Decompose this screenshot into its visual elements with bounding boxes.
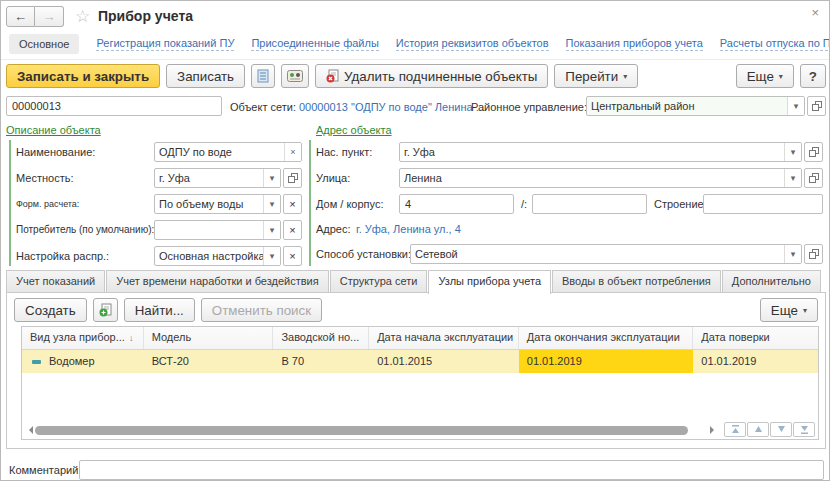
- district-field: Центральный район ▾: [586, 96, 826, 116]
- nav-link-registration[interactable]: Регистрация показаний ПУ: [96, 37, 234, 51]
- cell-start-date[interactable]: 01.01.2015: [369, 350, 519, 373]
- favorite-star-icon[interactable]: ☆: [75, 6, 90, 27]
- network-object-link[interactable]: 00000013 "ОДПУ по воде" Ленина ...: [299, 101, 485, 113]
- list-more-button[interactable]: Еще ▾: [760, 298, 818, 322]
- column-node-type[interactable]: Вид узла прибор...↓: [22, 327, 144, 349]
- address-group-title[interactable]: Адрес объекта: [316, 124, 392, 136]
- chevron-down-icon[interactable]: ▾: [784, 245, 801, 263]
- chevron-down-icon[interactable]: ▾: [263, 247, 280, 265]
- corpus-input[interactable]: [532, 194, 647, 214]
- delete-subordinate-button[interactable]: Удалить подчиненные объекты: [315, 64, 548, 88]
- column-end-date[interactable]: Дата окончания эксплуатации: [519, 327, 694, 349]
- nav-link-history[interactable]: История реквизитов объектов: [396, 37, 549, 51]
- goto-button[interactable]: Перейти ▾: [554, 64, 638, 88]
- name-value[interactable]: ОДПУ по воде: [155, 143, 284, 161]
- group-accent-bar: [309, 140, 311, 266]
- chevron-down-icon[interactable]: ▾: [784, 169, 801, 187]
- chevron-down-icon[interactable]: ▾: [263, 195, 280, 213]
- cell-check-date[interactable]: 01.01.2019: [693, 350, 818, 373]
- clear-icon[interactable]: ×: [284, 143, 301, 161]
- comment-input[interactable]: [79, 460, 824, 480]
- house-field: [399, 194, 514, 214]
- card-button[interactable]: [281, 64, 309, 88]
- forward-button[interactable]: →: [35, 6, 64, 27]
- clear-button[interactable]: ×: [283, 194, 302, 214]
- table-header: Вид узла прибор...↓ Модель Заводской но.…: [22, 327, 818, 350]
- install-method-value[interactable]: Сетевой: [411, 245, 784, 263]
- scrollbar-track[interactable]: [35, 426, 708, 435]
- list-button[interactable]: [251, 64, 275, 88]
- chevron-down-icon[interactable]: ▾: [263, 221, 280, 239]
- tab-additional[interactable]: Дополнительно: [722, 270, 821, 292]
- open-button[interactable]: [283, 168, 302, 188]
- open-button[interactable]: [807, 96, 826, 116]
- building-input[interactable]: [703, 194, 823, 214]
- group-accent-bar: [9, 140, 11, 266]
- clear-button[interactable]: ×: [283, 220, 302, 240]
- building-field: [703, 194, 823, 214]
- column-serial[interactable]: Заводской но...: [273, 327, 369, 349]
- open-button[interactable]: [804, 244, 823, 264]
- nav-link-calculations[interactable]: Расчеты отпуска по ПУ: [720, 37, 830, 51]
- go-last-row-button[interactable]: [793, 422, 815, 437]
- calc-form-value[interactable]: По объему воды: [155, 195, 263, 213]
- cell-model[interactable]: ВСТ-20: [144, 350, 274, 373]
- description-group-title[interactable]: Описание объекта: [6, 124, 101, 136]
- consumer-value[interactable]: [155, 221, 263, 239]
- district-value[interactable]: Центральный район: [587, 97, 787, 115]
- open-button[interactable]: [804, 142, 823, 162]
- go-first-row-button[interactable]: [724, 422, 746, 437]
- column-model[interactable]: Модель: [144, 327, 274, 349]
- reference-item-icon: [32, 360, 41, 364]
- scrollbar-thumb[interactable]: [35, 426, 688, 435]
- horizontal-scrollbar[interactable]: [25, 424, 718, 436]
- calc-form-label: Форм. расчета:: [16, 199, 79, 209]
- open-icon: [288, 173, 298, 183]
- tab-device-nodes[interactable]: Узлы прибора учета: [428, 270, 551, 294]
- open-button[interactable]: [804, 168, 823, 188]
- cell-end-date-selected[interactable]: 01.01.2019: [519, 350, 694, 373]
- history-buttons: ← →: [6, 6, 64, 27]
- settlement-value[interactable]: г. Уфа: [400, 143, 784, 161]
- nav-link-attached-files[interactable]: Присоединенные файлы: [251, 37, 378, 51]
- tab-network-structure[interactable]: Структура сети: [330, 270, 428, 292]
- create-by-copy-button[interactable]: [93, 298, 118, 322]
- street-value[interactable]: Ленина: [400, 169, 784, 187]
- previous-row-button[interactable]: [747, 422, 769, 437]
- code-input[interactable]: [6, 96, 222, 116]
- device-nodes-table: Вид узла прибор...↓ Модель Заводской но.…: [21, 326, 819, 440]
- help-button[interactable]: ?: [800, 64, 826, 88]
- cancel-search-button[interactable]: Отменить поиск: [201, 298, 322, 322]
- chevron-down-icon[interactable]: ▾: [263, 169, 280, 187]
- tab-consumption-inputs[interactable]: Вводы в объект потребления: [552, 270, 721, 292]
- scroll-right-icon[interactable]: [710, 426, 718, 434]
- nav-item-main[interactable]: Основное: [9, 34, 79, 54]
- tab-readings[interactable]: Учет показаний: [6, 270, 105, 292]
- tab-uptime[interactable]: Учет времени наработки и бездействия: [106, 270, 328, 292]
- cell-node-type[interactable]: Водомер: [22, 350, 144, 373]
- distribution-value[interactable]: Основная настройка пр: [155, 247, 263, 265]
- next-row-button[interactable]: [770, 422, 792, 437]
- locality-value[interactable]: г. Уфа: [155, 169, 263, 187]
- chevron-down-icon[interactable]: ▾: [784, 143, 801, 161]
- house-input[interactable]: [399, 194, 514, 214]
- cell-serial[interactable]: В 70: [273, 350, 369, 373]
- create-button[interactable]: Создать: [14, 298, 87, 322]
- find-button[interactable]: Найти...: [124, 298, 195, 322]
- chevron-down-icon[interactable]: ▾: [787, 97, 804, 115]
- clear-button[interactable]: ×: [283, 246, 302, 266]
- scroll-left-icon[interactable]: [25, 426, 33, 434]
- nav-link-readings[interactable]: Показания приборов учета: [566, 37, 703, 51]
- locality-label: Местность:: [16, 172, 73, 184]
- column-check-date[interactable]: Дата поверки: [693, 327, 818, 349]
- save-and-close-button[interactable]: Записать и закрыть: [6, 64, 160, 88]
- close-icon[interactable]: ×: [811, 5, 819, 20]
- back-button[interactable]: ←: [6, 6, 35, 27]
- chevron-down-icon: ▾: [779, 72, 783, 81]
- form-nav: Основное Регистрация показаний ПУ Присое…: [9, 33, 830, 55]
- column-start-date[interactable]: Дата начала эксплуатации: [369, 327, 519, 349]
- more-button[interactable]: Еще ▾: [736, 64, 794, 88]
- table-row[interactable]: Водомер ВСТ-20 В 70 01.01.2015 01.01.201…: [22, 350, 818, 373]
- building-label: Строение:: [654, 198, 707, 210]
- save-button[interactable]: Записать: [166, 64, 245, 88]
